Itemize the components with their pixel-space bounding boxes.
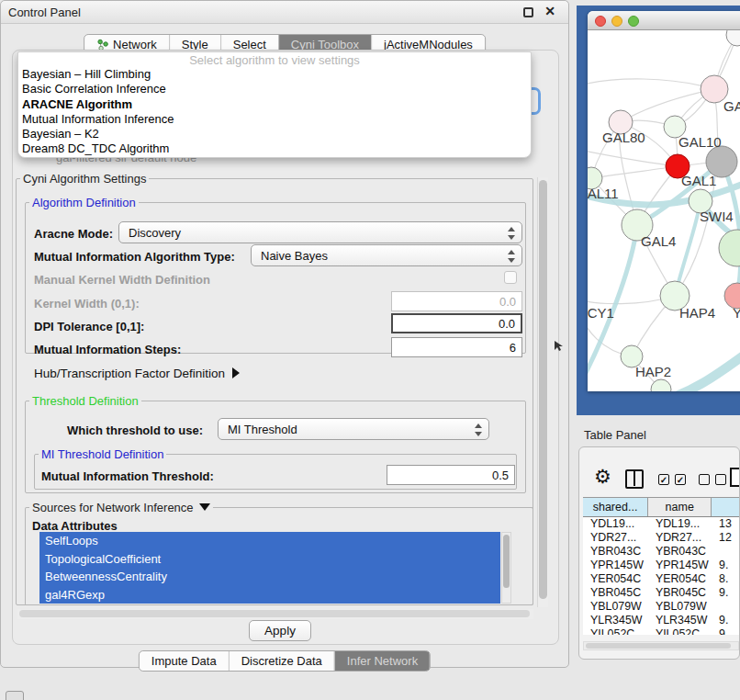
mi-algorithm-type-combo[interactable]: Naive Bayes	[251, 244, 522, 266]
which-threshold-label: Which threshold to use:	[67, 423, 203, 437]
kernel-width-field[interactable]	[391, 291, 522, 311]
unchecked-checkbox-icon[interactable]	[715, 474, 726, 485]
table-cell: YER054C	[648, 572, 712, 586]
close-icon[interactable]: ✕	[544, 4, 555, 18]
table-cell: 8.	[712, 572, 740, 586]
mi-algorithm-type-label: Mutual Information Algorithm Type:	[34, 250, 235, 264]
table-row[interactable]: YPR145WYPR145W9.	[583, 559, 740, 572]
attributes-scrollbar[interactable]	[501, 532, 511, 604]
mouse-cursor	[555, 341, 564, 352]
dpi-tolerance-label: DPI Tolerance [0,1]:	[34, 320, 144, 333]
unchecked-checkbox-icon[interactable]	[699, 474, 710, 485]
checked-checkbox-icon[interactable]: ✓	[675, 474, 686, 485]
gear-icon[interactable]: ⚙	[594, 466, 611, 488]
tab-impute-data[interactable]: Impute Data	[140, 651, 229, 671]
table-row[interactable]: YLR345WYLR345W9.	[583, 614, 740, 627]
float-window-icon[interactable]	[523, 7, 533, 17]
table-row[interactable]: YBL079WYBL079W	[583, 600, 740, 614]
expand-down-icon	[199, 503, 210, 511]
data-attributes-list[interactable]: SelfLoopsTopologicalCoefficientBetweenne…	[39, 532, 500, 604]
column-header-name[interactable]: name	[648, 498, 712, 516]
control-panel-titlebar[interactable]: Control Panel ✕	[1, 1, 568, 24]
table-cell: 9.	[712, 586, 740, 600]
table-cell: YBR045C	[648, 586, 712, 600]
mi-steps-field[interactable]	[391, 337, 522, 357]
attribute-item[interactable]: SelfLoops	[39, 532, 500, 550]
tab-infer-network[interactable]: Infer Network	[334, 651, 430, 671]
screen: Control Panel ✕ NetworkStyleSelectCyni T…	[0, 0, 740, 700]
control-panel-title: Control Panel	[8, 6, 81, 19]
algorithm-option[interactable]: Dream8 DC_TDC Algorithm	[18, 141, 531, 156]
network-view-frame: GALGAL80GAL10GAL1GAL11SWI4GAL4GCY1HAP4YH…	[577, 6, 740, 415]
checked-checkbox-icon[interactable]: ✓	[658, 474, 669, 485]
table-row[interactable]: YDL19...YDL19...13	[583, 517, 740, 531]
network-node[interactable]	[726, 30, 740, 46]
dpi-tolerance-field[interactable]	[391, 313, 522, 333]
algorithm-dropdown-popup: Select algorithm to view settings Bayesi…	[17, 51, 532, 158]
algorithm-option[interactable]: Bayesian – K2	[18, 127, 531, 141]
attribute-item[interactable]: TopologicalCoefficient	[39, 550, 500, 569]
algorithm-option[interactable]: ARACNE Algorithm	[18, 97, 531, 112]
manual-kernel-width-checkbox[interactable]	[504, 271, 517, 284]
attribute-item[interactable]: gal4RGexp	[39, 586, 500, 604]
tab-discretize-data[interactable]: Discretize Data	[229, 651, 334, 671]
node-label: GAL4	[641, 233, 676, 249]
network-window[interactable]: GALGAL80GAL10GAL1GAL11SWI4GAL4GCY1HAP4YH…	[588, 11, 740, 391]
column-header-extra[interactable]	[712, 498, 740, 516]
attribute-item[interactable]: BetweennessCentrality	[39, 568, 500, 586]
mi-threshold-field[interactable]	[387, 465, 515, 485]
table-row[interactable]: YER054CYER054C8.	[583, 572, 740, 586]
table-cell: YER054C	[583, 572, 648, 586]
node-table: shared...name YDL19...YDL19...13YDR27...…	[583, 497, 740, 635]
algorithm-dropdown-hint: Select algorithm to view settings	[18, 53, 531, 67]
network-canvas[interactable]: GALGAL80GAL10GAL1GAL11SWI4GAL4GCY1HAP4YH…	[588, 30, 740, 391]
settings-horizontal-scrollbar[interactable]	[17, 609, 533, 619]
collapsed-panel-chip[interactable]	[6, 691, 24, 700]
tab-label: Impute Data	[151, 654, 217, 668]
algorithm-option[interactable]: Mutual Information Inference	[18, 112, 531, 127]
table-cell	[712, 600, 740, 614]
network-node[interactable]	[719, 230, 740, 266]
columns-icon[interactable]	[625, 469, 644, 489]
network-window-titlebar[interactable]	[588, 11, 740, 30]
table-body: YDL19...YDL19...13YDR27...YDR27...12YBR0…	[583, 517, 740, 635]
settings-vertical-scrollbar[interactable]	[537, 177, 548, 607]
which-threshold-combo[interactable]: MI Threshold	[218, 418, 489, 440]
column-header-shared...[interactable]: shared...	[583, 498, 648, 516]
zoom-traffic-light-icon[interactable]	[628, 16, 639, 27]
table-horizontal-scrollbar[interactable]	[583, 641, 739, 650]
algorithm-option[interactable]: Bayesian – Hill Climbing	[18, 67, 531, 82]
hub-definition-toggle[interactable]: Hub/Transcription Factor Definition	[34, 367, 240, 380]
sources-title[interactable]: Sources for Network Inference	[29, 501, 213, 514]
table-panel-window: ⚙ ✓ ✓ shared...name YDL19...YDL19...13YD…	[578, 446, 740, 660]
table-cell: YDR27...	[648, 531, 712, 545]
mi-threshold-definition-title: MI Threshold Definition	[39, 447, 166, 461]
aracne-mode-label: Aracne Mode:	[34, 227, 113, 241]
node-label: Y	[733, 305, 740, 321]
table-cell	[712, 545, 740, 559]
node-label: SWI4	[700, 209, 734, 224]
control-panel-window: Control Panel ✕ NetworkStyleSelectCyni T…	[0, 0, 569, 668]
aracne-mode-combo[interactable]: Discovery	[118, 221, 522, 243]
table-cell: YDL19...	[648, 517, 712, 531]
table-row[interactable]: YBR043CYBR043C	[583, 545, 740, 559]
table-row[interactable]: YBR045CYBR045C9.	[583, 586, 740, 600]
algorithm-option[interactable]: Basic Correlation Inference	[18, 82, 531, 96]
mi-steps-label: Mutual Information Steps:	[34, 343, 181, 356]
minimize-traffic-light-icon[interactable]	[611, 16, 622, 27]
node-label: GAL10	[678, 134, 722, 150]
hub-definition-label: Hub/Transcription Factor Definition	[34, 367, 225, 380]
node-label: GCY1	[588, 305, 614, 321]
table-row[interactable]: YIL052CYIL052C9.	[583, 627, 740, 635]
table-cell: 9.	[712, 559, 740, 572]
close-traffic-light-icon[interactable]	[595, 16, 606, 27]
node-label: HAP4	[679, 305, 715, 321]
table-cell: YLR345W	[583, 614, 648, 627]
document-icon[interactable]	[730, 468, 740, 487]
apply-button[interactable]: Apply	[249, 620, 311, 641]
table-row[interactable]: YDR27...YDR27...12	[583, 531, 740, 545]
table-cell: YIL052C	[648, 627, 712, 635]
table-cell: YBR045C	[583, 586, 648, 600]
node-label: GAL	[723, 98, 740, 114]
mi-threshold-label: Mutual Information Threshold:	[41, 469, 214, 483]
